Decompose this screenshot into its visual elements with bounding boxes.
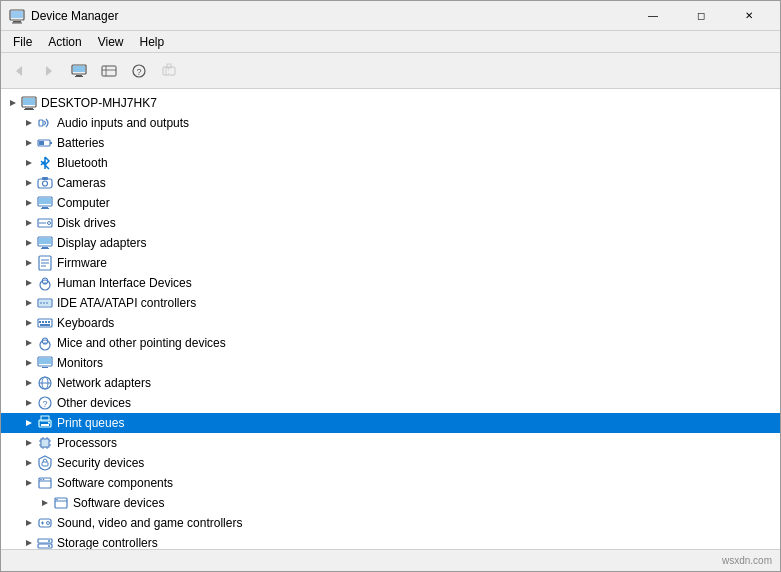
tree-expander-icon[interactable] <box>21 255 37 271</box>
forward-button[interactable] <box>35 57 63 85</box>
device-manager-window: Device Manager — ◻ ✕ File Action View He… <box>0 0 781 572</box>
svg-rect-9 <box>75 76 83 77</box>
svg-rect-78 <box>42 367 48 368</box>
maximize-button[interactable]: ◻ <box>678 1 724 31</box>
tree-expander-icon[interactable] <box>21 435 37 451</box>
properties-button[interactable]: ? <box>125 57 153 85</box>
tree-item[interactable]: Display adapters <box>1 233 780 253</box>
tree-expander-icon[interactable] <box>21 295 37 311</box>
menu-bar: File Action View Help <box>1 31 780 53</box>
device-category-label: Processors <box>57 436 117 450</box>
device-category-label: Batteries <box>57 136 104 150</box>
svg-rect-68 <box>45 321 47 323</box>
tree-item[interactable]: Monitors <box>1 353 780 373</box>
tree-expander-icon[interactable] <box>21 115 37 131</box>
device-category-icon <box>37 155 53 171</box>
tree-expander-icon[interactable] <box>21 455 37 471</box>
svg-marker-31 <box>26 180 32 186</box>
menu-view[interactable]: View <box>90 33 132 51</box>
tree-item[interactable]: Human Interface Devices <box>1 273 780 293</box>
tree-item[interactable]: Cameras <box>1 173 780 193</box>
tree-item[interactable]: Audio inputs and outputs <box>1 113 780 133</box>
close-button[interactable]: ✕ <box>726 1 772 31</box>
tree-item[interactable]: Bluetooth <box>1 153 780 173</box>
tree-item[interactable]: Sound, video and game controllers <box>1 513 780 533</box>
tree-item[interactable]: Firmware <box>1 253 780 273</box>
tree-item[interactable]: IDE ATA/ATAPI controllers <box>1 293 780 313</box>
tree-item[interactable]: Mice and other pointing devices <box>1 333 780 353</box>
svg-marker-49 <box>26 260 32 266</box>
title-bar: Device Manager — ◻ ✕ <box>1 1 780 31</box>
tree-expander-icon[interactable] <box>21 135 37 151</box>
tree-item[interactable]: Computer <box>1 193 780 213</box>
minimize-button[interactable]: — <box>630 1 676 31</box>
tree-item[interactable]: Keyboards <box>1 313 780 333</box>
window-controls: — ◻ ✕ <box>630 1 772 31</box>
tree-item[interactable]: Software components <box>1 473 780 493</box>
device-category-icon <box>37 115 53 131</box>
computer-view-button[interactable] <box>65 57 93 85</box>
tree-item[interactable]: Disk drives <box>1 213 780 233</box>
tree-expander-icon[interactable] <box>21 195 37 211</box>
device-category-label: Mice and other pointing devices <box>57 336 226 350</box>
tree-expander-icon[interactable] <box>21 335 37 351</box>
menu-file[interactable]: File <box>5 33 40 51</box>
device-category-icon <box>37 135 53 151</box>
device-category-label: Storage controllers <box>57 536 158 549</box>
svg-marker-40 <box>26 220 32 226</box>
tree-item[interactable]: Print queues <box>1 413 780 433</box>
svg-rect-69 <box>48 321 50 323</box>
device-category-label: Print queues <box>57 416 124 430</box>
show-devices-button[interactable] <box>95 57 123 85</box>
tree-expander-icon[interactable] <box>21 315 37 331</box>
svg-rect-90 <box>48 422 50 424</box>
tree-expander-icon[interactable] <box>21 395 37 411</box>
back-button[interactable] <box>5 57 33 85</box>
tree-item[interactable]: Processors <box>1 433 780 453</box>
svg-marker-19 <box>10 100 16 106</box>
menu-help[interactable]: Help <box>132 33 173 51</box>
device-category-icon <box>37 355 53 371</box>
tree-expander-icon[interactable] <box>21 515 37 531</box>
tree-expander-icon[interactable] <box>37 495 53 511</box>
svg-rect-46 <box>39 238 51 244</box>
svg-marker-26 <box>26 140 32 146</box>
tree-expander-icon[interactable] <box>21 275 37 291</box>
device-tree[interactable]: DESKTOP-MHJ7HK7 Audio inputs and outputs… <box>1 89 780 549</box>
svg-marker-79 <box>26 380 32 386</box>
device-category-label: Bluetooth <box>57 156 108 170</box>
svg-point-72 <box>40 340 50 350</box>
tree-items: Audio inputs and outputsBatteriesBluetoo… <box>1 113 780 549</box>
tree-expander-icon[interactable] <box>21 415 37 431</box>
tree-expander-icon[interactable] <box>21 215 37 231</box>
tree-item[interactable]: Network adapters <box>1 373 780 393</box>
tree-expander-icon[interactable] <box>21 535 37 549</box>
tree-expander-icon[interactable] <box>21 375 37 391</box>
svg-rect-37 <box>39 198 51 204</box>
svg-marker-113 <box>26 520 32 526</box>
device-category-icon <box>37 415 53 431</box>
root-expander[interactable] <box>5 95 21 111</box>
device-category-icon <box>37 195 53 211</box>
tree-item[interactable]: Batteries <box>1 133 780 153</box>
device-category-icon <box>37 515 53 531</box>
tree-expander-icon[interactable] <box>21 175 37 191</box>
menu-action[interactable]: Action <box>40 33 89 51</box>
svg-rect-29 <box>39 141 44 145</box>
tree-root-node[interactable]: DESKTOP-MHJ7HK7 <box>1 93 780 113</box>
svg-marker-71 <box>26 340 32 346</box>
tree-expander-icon[interactable] <box>21 355 37 371</box>
tree-item[interactable]: Software devices <box>1 493 780 513</box>
update-driver-button[interactable]: ⋮ <box>155 57 183 85</box>
svg-rect-66 <box>39 321 41 323</box>
tree-item[interactable]: ?Other devices <box>1 393 780 413</box>
svg-marker-54 <box>26 280 32 286</box>
tree-expander-icon[interactable] <box>21 235 37 251</box>
tree-expander-icon[interactable] <box>21 475 37 491</box>
svg-marker-4 <box>16 66 22 76</box>
tree-item[interactable]: Security devices <box>1 453 780 473</box>
svg-text:?: ? <box>42 399 47 409</box>
svg-point-55 <box>40 280 50 290</box>
tree-item[interactable]: Storage controllers <box>1 533 780 549</box>
tree-expander-icon[interactable] <box>21 155 37 171</box>
